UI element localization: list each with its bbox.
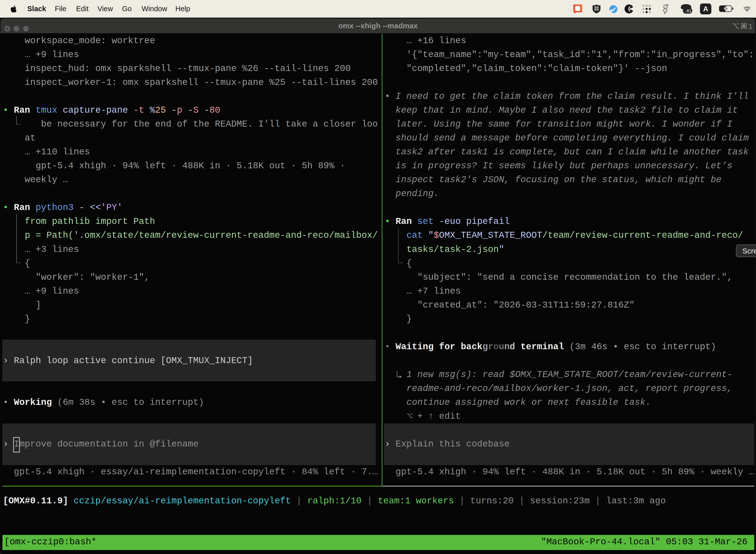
svg-text:..61: ..61	[684, 9, 691, 13]
svg-text:1: 1	[749, 22, 753, 30]
